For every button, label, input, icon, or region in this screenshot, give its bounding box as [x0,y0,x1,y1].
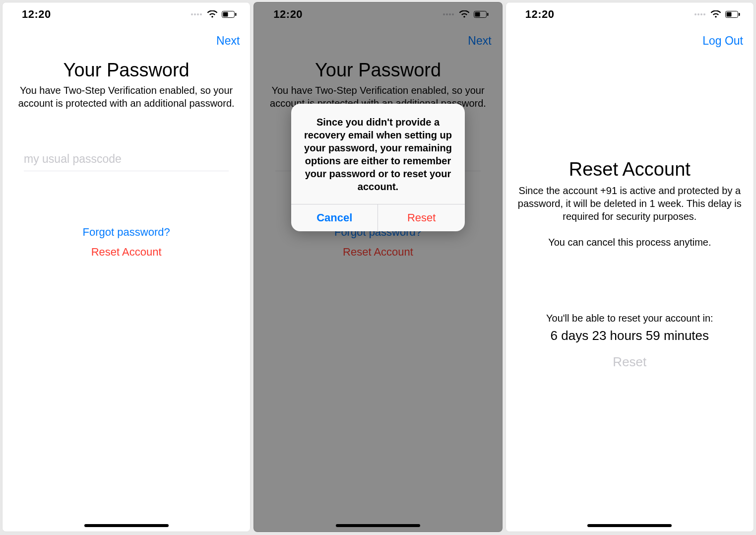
reset-countdown-label: You'll be able to reset your account in: [505,313,754,324]
nav-bar: Log Out [505,27,754,55]
status-bar: 12:20 [2,2,251,27]
wifi-icon [710,10,721,18]
status-bar: 12:20 [505,2,754,27]
wifi-icon [207,10,218,18]
home-indicator[interactable] [84,524,169,527]
reset-cancel-note: You can cancel this process anytime. [505,237,754,248]
reset-button-disabled: Reset [505,354,754,370]
svg-rect-1 [223,12,228,17]
forgot-password-link[interactable]: Forgot password? [83,226,170,239]
page-title: Your Password [2,60,251,81]
home-indicator[interactable] [587,524,672,527]
page-subtitle: You have Two-Step Verification enabled, … [2,81,251,110]
svg-rect-7 [726,12,731,17]
alert-cancel-button[interactable]: Cancel [291,204,378,231]
cellular-dots-icon [694,13,705,15]
alert-message: Since you didn't provide a recovery emai… [291,104,465,204]
status-right [694,10,740,18]
svg-rect-2 [235,13,237,16]
reset-account-link[interactable]: Reset Account [91,246,162,258]
nav-bar: Next [2,27,251,55]
status-right [191,10,237,18]
cellular-dots-icon [191,13,202,15]
svg-rect-8 [739,13,740,16]
reset-body-text: Since the account +91 is active and prot… [505,180,754,223]
alert-reset-button[interactable]: Reset [378,204,465,231]
logout-button[interactable]: Log Out [702,34,743,48]
page-title: Reset Account [505,159,754,180]
screen-password-alert: 12:20 Next Your Password You have Two-St… [253,2,502,532]
status-time: 12:20 [525,8,555,21]
next-button[interactable]: Next [216,34,240,48]
battery-icon [725,11,740,18]
screen-password-entry: 12:20 Next Your Password You have Two-St… [2,2,251,532]
battery-icon [222,11,237,18]
screen-reset-account: 12:20 Log Out Reset Account Since the ac… [505,2,754,532]
modal-backdrop[interactable] [253,2,502,532]
password-input[interactable] [24,149,229,171]
status-time: 12:20 [22,8,51,21]
alert-dialog: Since you didn't provide a recovery emai… [291,104,465,231]
reset-countdown-value: 6 days 23 hours 59 minutes [505,328,754,343]
